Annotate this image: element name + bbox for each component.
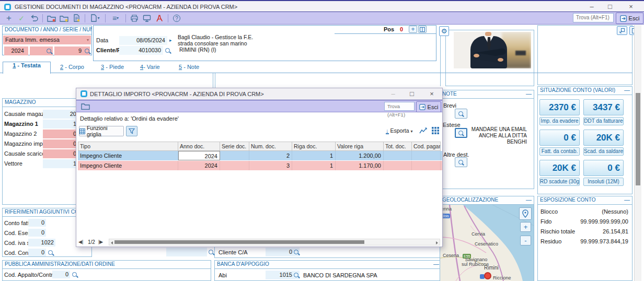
scrollbar-thumb[interactable] xyxy=(114,240,364,244)
tab-corpo[interactable]: 2 - Corpo xyxy=(60,64,84,70)
cod-iva-field[interactable]: 1022 xyxy=(28,239,55,247)
search-icon[interactable] xyxy=(294,250,298,254)
tab-piede[interactable]: 3 - Piede xyxy=(101,64,124,70)
bank-name: BANCO DI SARDEGNA SPA xyxy=(303,272,377,279)
scroll-right-arrow[interactable] xyxy=(436,241,438,244)
help-button[interactable]: ? xyxy=(170,13,183,23)
data-field[interactable]: 08/05/2024 xyxy=(119,36,167,45)
pdf-button[interactable] xyxy=(153,13,166,23)
esporta-button[interactable]: ↓ Esporta ▾ xyxy=(386,127,413,134)
map-locate-button[interactable] xyxy=(519,207,532,220)
kpi-value[interactable]: 20K € xyxy=(583,130,624,146)
pager-first-button[interactable]: ◀| xyxy=(78,239,83,244)
map-zoom-in-button[interactable]: + xyxy=(520,222,531,232)
kpi-value[interactable]: 20K € xyxy=(539,160,580,176)
kpi-value[interactable]: 3437 € xyxy=(583,99,624,115)
collapse-panel-button[interactable]: — xyxy=(624,87,630,93)
doc-type-value: Fattura Imm. emessa xyxy=(5,37,60,43)
tab-varie[interactable]: 4- Varie xyxy=(140,64,160,70)
note-altre-zoom-button[interactable] xyxy=(455,157,467,167)
map-marker[interactable] xyxy=(484,272,491,279)
cod-appalto-field[interactable]: 0 xyxy=(52,271,70,278)
search-icon[interactable] xyxy=(85,49,89,53)
preview-button[interactable] xyxy=(141,13,153,23)
search-icon[interactable] xyxy=(294,273,298,277)
search-icon[interactable] xyxy=(165,48,170,53)
expand-arrow-icon[interactable]: ▸ xyxy=(169,37,172,44)
cod-esenzione-field[interactable]: 0 xyxy=(28,229,46,237)
column-header[interactable]: Riga doc. xyxy=(292,142,336,151)
list-menu-button[interactable]: ≡▾ xyxy=(108,13,123,23)
data-label: Data xyxy=(96,37,108,44)
collapse-panel-button[interactable]: — xyxy=(526,90,532,97)
modal-toolbar: Trova (Alt+F1) Esci xyxy=(76,100,442,112)
cell-anno-selected[interactable]: 2024 xyxy=(178,151,220,160)
minimize-button[interactable]: – xyxy=(586,3,597,10)
document-note-button[interactable] xyxy=(70,13,83,23)
collapse-panel-button[interactable]: — xyxy=(433,261,439,267)
settings-button[interactable]: ⚙ xyxy=(439,26,449,36)
collapse-panel-button[interactable]: — xyxy=(526,196,532,203)
map[interactable]: Ravenna 3bis Cervia Cesenatico Cesena E5… xyxy=(440,205,534,281)
exit-button[interactable]: Esci xyxy=(616,13,643,24)
tab-note[interactable]: 5 - Note xyxy=(179,64,199,70)
detach-window-button[interactable] xyxy=(617,26,627,35)
document-menu-button[interactable]: ▾ xyxy=(87,13,103,23)
kpi-value[interactable]: 2370 € xyxy=(539,99,580,115)
kpi-value[interactable]: 0 € xyxy=(583,160,624,176)
folder-icon[interactable] xyxy=(81,103,90,110)
column-header[interactable]: Serie doc. xyxy=(220,142,249,151)
scrollbar-thumb[interactable] xyxy=(636,93,640,185)
conto-fatturaz-field[interactable]: 0 xyxy=(28,219,46,227)
confirm-button[interactable]: ✓ xyxy=(15,13,28,23)
modal-close-button[interactable]: × xyxy=(427,90,437,98)
modal-exit-button[interactable]: Esci xyxy=(416,101,441,112)
print-button[interactable] xyxy=(128,13,141,23)
hidden-field[interactable] xyxy=(166,248,207,256)
pos-book-button[interactable] xyxy=(418,26,427,33)
pager-last-button[interactable]: |▶ xyxy=(98,239,103,244)
horizontal-scrollbar[interactable] xyxy=(109,239,440,245)
column-header[interactable]: Valore riga xyxy=(336,142,384,151)
kpi-value[interactable]: 0 € xyxy=(539,130,580,146)
column-header[interactable]: Tipo xyxy=(78,142,178,151)
close-button[interactable]: × xyxy=(626,3,636,10)
tab-testata[interactable]: 1 - Testata xyxy=(3,62,51,74)
map-zoom-out-button[interactable]: - xyxy=(520,236,531,245)
cod-controp-field[interactable]: 0 xyxy=(28,249,46,256)
vertical-scrollbar[interactable] xyxy=(634,25,641,281)
field-label: Magazzino 2 xyxy=(4,130,37,138)
chart-button[interactable] xyxy=(419,127,428,135)
scroll-left-arrow[interactable] xyxy=(111,241,113,244)
search-input[interactable]: Trova (Alt+F1) xyxy=(573,13,614,22)
modal-maximize-button[interactable]: □ xyxy=(407,90,417,98)
filter-button[interactable] xyxy=(126,126,137,136)
column-header[interactable]: Cod. pagam. xyxy=(412,142,441,151)
doc-year-field[interactable]: 2024 xyxy=(4,46,28,55)
open-archive-button[interactable] xyxy=(58,13,70,23)
open-document-button[interactable] xyxy=(45,13,58,23)
doc-type-dropdown[interactable]: Fattura Imm. emessa ▾ xyxy=(3,36,91,44)
chart-icon xyxy=(419,127,428,134)
funzioni-griglia-button[interactable]: Funzioni griglia xyxy=(79,126,124,136)
pos-add-button[interactable]: + xyxy=(409,26,417,33)
column-header[interactable]: Num. doc. xyxy=(249,142,292,151)
table-row[interactable]: Impegno Cliente 2024 3 1 1.170,00 xyxy=(78,161,442,170)
modal-search-input[interactable]: Trova (Alt+F1) xyxy=(384,102,415,111)
field-value: 26.154,81 xyxy=(540,228,628,236)
toolbar-separator xyxy=(85,14,85,22)
column-header[interactable]: Anno doc. xyxy=(178,142,220,151)
search-icon[interactable] xyxy=(47,49,51,53)
collapse-panel-button[interactable]: — xyxy=(624,196,630,203)
search-icon[interactable] xyxy=(72,272,77,277)
column-header[interactable]: Tot. doc. xyxy=(384,142,412,151)
undo-button[interactable] xyxy=(28,13,40,23)
layout-button[interactable] xyxy=(432,127,440,135)
search-icon[interactable] xyxy=(48,250,53,255)
search-icon[interactable] xyxy=(209,250,213,254)
new-button[interactable]: + xyxy=(3,13,15,23)
cliente-fornitore-field[interactable]: 4010030 xyxy=(119,46,163,55)
maximize-button[interactable]: □ xyxy=(605,3,615,10)
table-row[interactable]: Impegno Cliente 2024 2 1 1.200,00 xyxy=(78,151,442,160)
note-brevi-zoom-button[interactable] xyxy=(455,109,467,119)
